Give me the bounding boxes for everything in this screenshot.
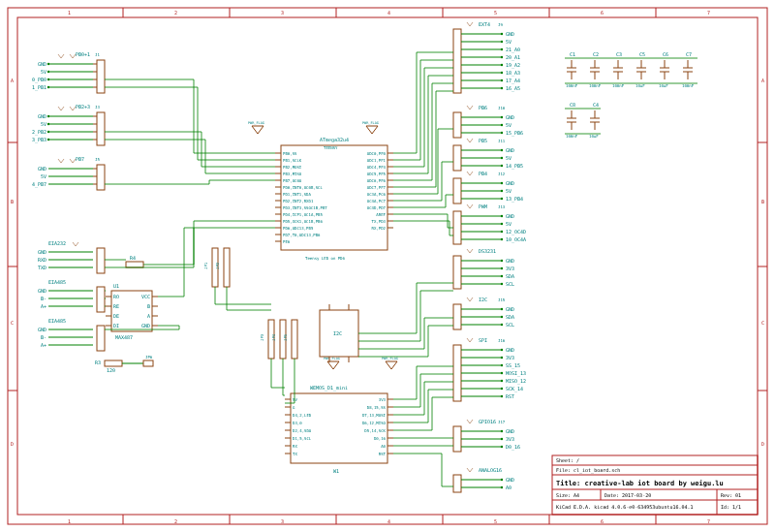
svg-point-396	[501, 430, 503, 432]
svg-text:10uF: 10uF	[659, 83, 668, 88]
i2c-block: I2C	[320, 304, 358, 362]
tool-label: KiCad E.D.A. kicad 4.0.6-e0-634953ubuntu…	[556, 504, 693, 510]
svg-text:4_PB7: 4_PB7	[32, 181, 46, 188]
svg-text:D2,4,SDA: D2,4,SDA	[293, 428, 312, 433]
svg-text:WEMOS_D1_mini: WEMOS_D1_mini	[310, 385, 348, 391]
atmega-block: ATmega32u4 TEENSY Teensy LED on PD6 PB0,…	[275, 137, 393, 261]
svg-text:10_OC4A: 10_OC4A	[506, 236, 526, 243]
svg-text:GND: GND	[506, 31, 514, 37]
svg-text:A+: A+	[41, 303, 46, 309]
svg-text:5V: 5V	[293, 397, 297, 402]
svg-text:GND: GND	[506, 114, 514, 120]
svg-text:D5,14,SCK: D5,14,SCK	[364, 428, 386, 433]
svg-rect-343	[453, 256, 461, 289]
svg-text:PD1,INT1,SDA: PD1,INT1,SDA	[283, 192, 311, 197]
svg-point-360	[501, 308, 503, 310]
svg-text:J12: J12	[498, 172, 506, 176]
svg-text:C2: C2	[593, 51, 599, 57]
svg-point-289	[501, 87, 503, 89]
svg-text:D1,5,SCL: D1,5,SCL	[293, 436, 312, 441]
svg-point-390	[501, 395, 503, 397]
svg-text:10uF: 10uF	[636, 83, 645, 88]
svg-text:19_A2: 19_A2	[506, 62, 520, 69]
svg-text:2: 2	[174, 518, 177, 524]
svg-text:3V3: 3V3	[506, 266, 514, 271]
svg-rect-69	[97, 112, 105, 145]
svg-text:5V: 5V	[41, 69, 46, 75]
svg-text:GND: GND	[141, 323, 150, 329]
right-headers: EXT4J9GND5V21_A020_A119_A218_A317_A416_A…	[453, 21, 526, 492]
svg-point-62	[47, 86, 49, 88]
svg-text:PB1,SCLK: PB1,SCLK	[283, 158, 302, 163]
svg-text:B-: B-	[41, 334, 46, 340]
svg-text:JP2: JP2	[215, 262, 220, 269]
svg-point-354	[501, 283, 503, 285]
svg-point-331	[501, 215, 503, 217]
svg-text:A: A	[11, 78, 14, 83]
svg-text:VCC: VCC	[141, 294, 150, 299]
svg-text:RX: RX	[293, 444, 297, 449]
id-label: Id: 1/1	[721, 504, 741, 510]
svg-text:ADC7,PF7: ADC7,PF7	[367, 185, 387, 190]
svg-text:RST: RST	[379, 452, 387, 456]
svg-point-313	[501, 165, 503, 167]
svg-point-381	[501, 372, 503, 374]
svg-text:SCL: SCL	[506, 322, 514, 328]
svg-rect-394	[453, 426, 461, 452]
svg-text:W1: W1	[333, 468, 339, 474]
svg-rect-293	[453, 112, 461, 138]
svg-point-80	[47, 131, 49, 133]
svg-text:G: G	[293, 405, 295, 410]
svg-text:PB0+1: PB0+1	[76, 51, 90, 57]
svg-text:GND: GND	[506, 347, 514, 353]
svg-point-345	[501, 260, 503, 262]
svg-text:7: 7	[707, 518, 710, 524]
svg-text:1: 1	[68, 518, 71, 524]
svg-rect-142	[105, 360, 122, 366]
svg-text:C6: C6	[663, 51, 668, 57]
svg-text:A: A	[147, 313, 150, 319]
svg-rect-358	[453, 304, 461, 329]
svg-text:100nF: 100nF	[566, 134, 578, 139]
svg-text:ADC5,PF5: ADC5,PF5	[367, 172, 387, 176]
schematic-canvas: AA BB CC DD 11 22 33 44 55 66 77 Sheet: …	[0, 0, 775, 532]
svg-text:PB7,OC0A: PB7,OC0A	[283, 178, 302, 183]
svg-text:J5: J5	[95, 157, 100, 162]
svg-point-325	[501, 198, 503, 200]
svg-text:1_PB1: 1_PB1	[32, 84, 46, 91]
svg-text:D6,12,MISO: D6,12,MISO	[362, 421, 387, 425]
svg-text:D0_16: D0_16	[506, 444, 520, 451]
svg-text:3: 3	[281, 10, 284, 16]
svg-text:I2C: I2C	[479, 297, 487, 302]
svg-text:PB6: PB6	[479, 105, 487, 110]
svg-text:J9: J9	[498, 22, 503, 27]
svg-text:120: 120	[107, 367, 115, 373]
svg-text:PE6: PE6	[283, 239, 291, 244]
svg-text:4: 4	[388, 10, 390, 16]
svg-text:SS_15: SS_15	[506, 362, 520, 369]
r4: R4	[126, 255, 143, 267]
svg-text:MOSI_13: MOSI_13	[506, 370, 526, 377]
svg-text:SDA: SDA	[506, 314, 514, 320]
svg-text:R3: R3	[95, 360, 101, 365]
file-label: File: cl_iot_board.sch	[556, 467, 620, 474]
svg-text:B-: B-	[41, 296, 46, 301]
svg-text:MAX487: MAX487	[115, 334, 133, 340]
svg-text:3V3: 3V3	[506, 355, 514, 360]
svg-text:DE: DE	[113, 313, 119, 319]
svg-point-301	[501, 132, 503, 134]
svg-text:B: B	[761, 199, 764, 204]
svg-text:RO: RO	[113, 294, 119, 299]
svg-text:GPIO16: GPIO16	[479, 419, 496, 424]
svg-text:5V: 5V	[506, 122, 512, 128]
svg-text:A0: A0	[381, 444, 386, 449]
svg-text:GND: GND	[506, 477, 514, 483]
svg-text:C4: C4	[593, 102, 599, 108]
svg-text:C: C	[761, 320, 764, 326]
svg-text:PWR_FLAG: PWR_FLAG	[324, 357, 340, 360]
svg-point-378	[501, 364, 503, 366]
svg-text:TXD: TXD	[38, 265, 46, 270]
svg-point-268	[501, 33, 503, 35]
svg-point-402	[501, 446, 503, 448]
svg-text:C1: C1	[570, 51, 575, 57]
